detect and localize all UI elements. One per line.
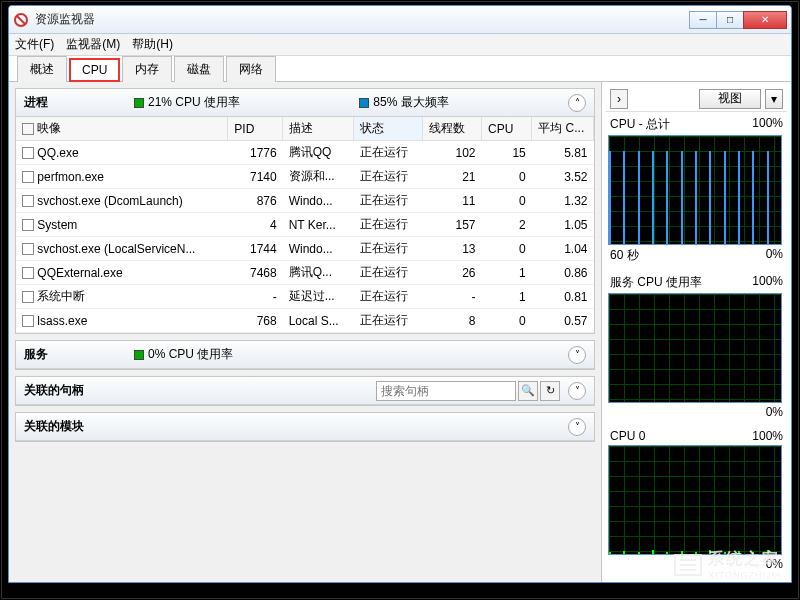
tab-memory[interactable]: 内存: [122, 56, 172, 82]
expand-icon[interactable]: ˅: [568, 346, 586, 364]
row-checkbox[interactable]: [22, 291, 34, 303]
tab-bar: 概述 CPU 内存 磁盘 网络: [9, 56, 791, 82]
tab-disk[interactable]: 磁盘: [174, 56, 224, 82]
processes-section: 进程 21% CPU 使用率 85% 最大频率 ˄ 映像 PID 描述 状态 线…: [15, 88, 595, 334]
collapse-icon[interactable]: ˄: [568, 94, 586, 112]
window-title: 资源监视器: [35, 11, 690, 28]
maximize-button[interactable]: □: [716, 11, 744, 29]
tab-network[interactable]: 网络: [226, 56, 276, 82]
tab-cpu[interactable]: CPU: [69, 58, 120, 82]
view-button[interactable]: 视图: [699, 89, 761, 109]
menubar: 文件(F) 监视器(M) 帮助(H): [9, 34, 791, 56]
handles-header[interactable]: 关联的句柄 🔍 ↻ ˅: [16, 377, 594, 405]
select-all-checkbox[interactable]: [22, 123, 34, 135]
handles-title: 关联的句柄: [24, 382, 134, 399]
menu-monitor[interactable]: 监视器(M): [66, 36, 120, 53]
graph-1: 服务 CPU 使用率100%0%: [608, 274, 785, 419]
row-checkbox[interactable]: [22, 171, 34, 183]
search-handles-input[interactable]: [376, 381, 516, 401]
expand-icon[interactable]: ˅: [568, 418, 586, 436]
max-freq-text: 85% 最大频率: [373, 94, 448, 111]
table-row[interactable]: System4NT Ker...正在运行15721.05: [16, 213, 594, 237]
main-window: 资源监视器 ─ □ ✕ 文件(F) 监视器(M) 帮助(H) 概述 CPU 内存…: [8, 5, 792, 583]
col-status[interactable]: 状态: [354, 117, 423, 141]
search-button[interactable]: 🔍: [518, 381, 538, 401]
processes-title: 进程: [24, 94, 134, 111]
app-icon: [13, 12, 29, 28]
services-header[interactable]: 服务 0% CPU 使用率 ˅: [16, 341, 594, 369]
modules-header[interactable]: 关联的模块 ˅: [16, 413, 594, 441]
search-reset-button[interactable]: ↻: [540, 381, 560, 401]
view-dropdown-icon[interactable]: ▾: [765, 89, 783, 109]
tab-overview[interactable]: 概述: [17, 56, 67, 82]
modules-section: 关联的模块 ˅: [15, 412, 595, 442]
row-checkbox[interactable]: [22, 267, 34, 279]
titlebar[interactable]: 资源监视器 ─ □ ✕: [9, 6, 791, 34]
services-section: 服务 0% CPU 使用率 ˅: [15, 340, 595, 370]
row-checkbox[interactable]: [22, 147, 34, 159]
graph-canvas: [608, 135, 782, 245]
col-threads[interactable]: 线程数: [422, 117, 481, 141]
handles-section: 关联的句柄 🔍 ↻ ˅: [15, 376, 595, 406]
cpu-usage-icon: [134, 98, 144, 108]
table-row[interactable]: QQExternal.exe7468腾讯Q...正在运行2610.86: [16, 261, 594, 285]
processes-header[interactable]: 进程 21% CPU 使用率 85% 最大频率 ˄: [16, 89, 594, 117]
close-button[interactable]: ✕: [743, 11, 787, 29]
max-freq-icon: [359, 98, 369, 108]
modules-title: 关联的模块: [24, 418, 134, 435]
table-row[interactable]: lsass.exe768Local S...正在运行800.57: [16, 309, 594, 333]
col-pid[interactable]: PID: [228, 117, 283, 141]
row-checkbox[interactable]: [22, 219, 34, 231]
services-cpu-icon: [134, 350, 144, 360]
nav-right-icon[interactable]: ›: [610, 89, 628, 109]
table-row[interactable]: svchost.exe (DcomLaunch)876Windo...正在运行1…: [16, 189, 594, 213]
row-checkbox[interactable]: [22, 195, 34, 207]
watermark-logo-icon: [674, 554, 702, 576]
row-checkbox[interactable]: [22, 315, 34, 327]
right-pane: › 视图 ▾ CPU - 总计100%60 秒0%服务 CPU 使用率100%0…: [601, 82, 791, 582]
col-cpu[interactable]: CPU: [481, 117, 531, 141]
expand-icon[interactable]: ˅: [568, 382, 586, 400]
right-toolbar: › 视图 ▾: [606, 86, 787, 112]
watermark: 系统之家 XITONGZHIJIA: [674, 549, 782, 580]
graph-0: CPU - 总计100%60 秒0%: [608, 116, 785, 264]
graph-canvas: [608, 445, 782, 555]
table-row[interactable]: 系统中断-延迟过...正在运行-10.81: [16, 285, 594, 309]
graph-3: CPU 1100%: [608, 581, 785, 582]
table-row[interactable]: QQ.exe1776腾讯QQ正在运行102155.81: [16, 141, 594, 165]
minimize-button[interactable]: ─: [689, 11, 717, 29]
services-cpu-text: 0% CPU 使用率: [148, 346, 233, 363]
svg-line-1: [17, 16, 25, 24]
cpu-usage-text: 21% CPU 使用率: [148, 94, 240, 111]
row-checkbox[interactable]: [22, 243, 34, 255]
col-image[interactable]: 映像: [16, 117, 228, 141]
menu-help[interactable]: 帮助(H): [132, 36, 173, 53]
table-row[interactable]: svchost.exe (LocalServiceN...1744Windo..…: [16, 237, 594, 261]
menu-file[interactable]: 文件(F): [15, 36, 54, 53]
col-desc[interactable]: 描述: [283, 117, 354, 141]
processes-table: 映像 PID 描述 状态 线程数 CPU 平均 C... QQ.exe1776腾…: [16, 117, 594, 333]
left-pane: 进程 21% CPU 使用率 85% 最大频率 ˄ 映像 PID 描述 状态 线…: [9, 82, 601, 582]
services-title: 服务: [24, 346, 134, 363]
table-row[interactable]: perfmon.exe7140资源和...正在运行2103.52: [16, 165, 594, 189]
graph-canvas: [608, 293, 782, 403]
col-avg-cpu[interactable]: 平均 C...: [532, 117, 594, 141]
